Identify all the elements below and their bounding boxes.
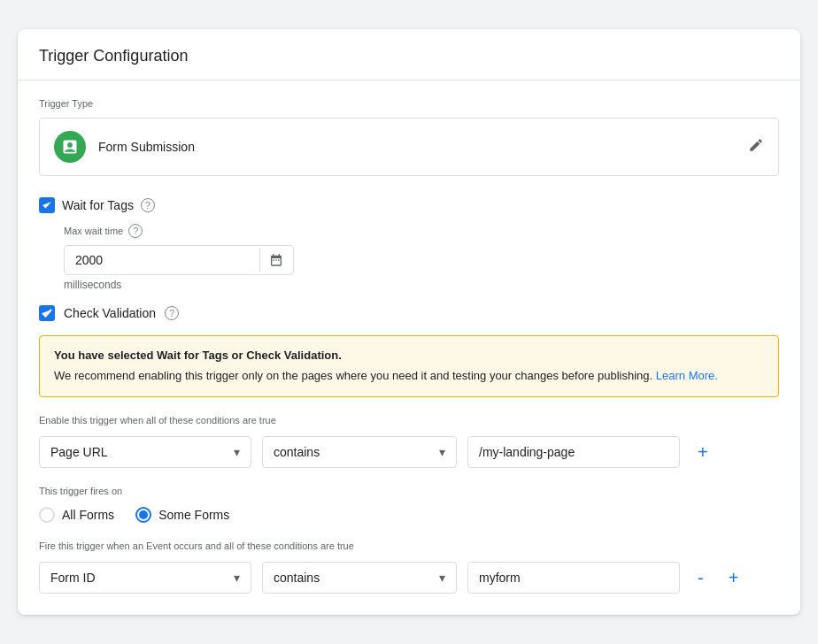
some-forms-label: Some Forms bbox=[158, 508, 229, 522]
max-wait-label: Max wait time ? bbox=[64, 224, 779, 238]
form-submission-icon bbox=[61, 138, 79, 156]
wait-for-tags-checkbox[interactable] bbox=[39, 197, 55, 213]
fires-on-label: This trigger fires on bbox=[39, 486, 779, 496]
trigger-type-left: Form Submission bbox=[54, 131, 195, 163]
form-contains-dropdown[interactable]: contains ▾ bbox=[262, 562, 457, 594]
fires-on-radio-group: All Forms Some Forms bbox=[39, 507, 779, 523]
edit-icon[interactable] bbox=[748, 137, 764, 157]
some-forms-radio-inner bbox=[139, 510, 148, 519]
check-validation-row: Check Validation ? bbox=[39, 305, 779, 321]
form-id-dropdown-arrow: ▾ bbox=[234, 571, 240, 585]
trigger-type-icon bbox=[54, 131, 86, 163]
add-condition-button[interactable]: + bbox=[691, 439, 715, 466]
form-id-value-input[interactable] bbox=[467, 562, 680, 594]
contains-dropdown[interactable]: contains ▾ bbox=[262, 436, 457, 468]
remove-form-condition-button[interactable]: - bbox=[691, 564, 711, 592]
check-validation-checkbox[interactable] bbox=[39, 305, 55, 321]
calendar-icon[interactable] bbox=[259, 248, 292, 272]
contains-dropdown-arrow: ▾ bbox=[439, 445, 445, 459]
wait-for-tags-label: Wait for Tags bbox=[62, 198, 134, 212]
warning-box: You have selected Wait for Tags or Check… bbox=[39, 335, 779, 398]
all-forms-radio[interactable]: All Forms bbox=[39, 507, 114, 523]
page-title: Trigger Configuration bbox=[39, 47, 779, 65]
add-form-condition-button[interactable]: + bbox=[722, 564, 746, 592]
trigger-type-name: Form Submission bbox=[98, 140, 195, 154]
check-validation-label: Check Validation bbox=[64, 306, 156, 320]
warning-title: You have selected Wait for Tags or Check… bbox=[54, 349, 764, 362]
form-conditions-row: Form ID ▾ contains ▾ - + bbox=[39, 562, 779, 594]
milliseconds-label: milliseconds bbox=[64, 279, 779, 291]
learn-more-link[interactable]: Learn More. bbox=[656, 369, 718, 382]
card-body: Trigger Type Form Submission Wai bbox=[18, 80, 800, 616]
some-forms-radio-button[interactable] bbox=[135, 507, 151, 523]
trigger-type-label: Trigger Type bbox=[39, 98, 779, 109]
conditions-row: Page URL ▾ contains ▾ + bbox=[39, 436, 779, 468]
check-validation-help-icon[interactable]: ? bbox=[165, 306, 179, 320]
wait-for-tags-row: Wait for Tags ? bbox=[39, 197, 779, 213]
form-contains-dropdown-arrow: ▾ bbox=[439, 571, 445, 585]
max-wait-input[interactable] bbox=[65, 246, 259, 274]
form-id-dropdown[interactable]: Form ID ▾ bbox=[39, 562, 251, 594]
page-url-dropdown-arrow: ▾ bbox=[234, 445, 240, 459]
trigger-type-selector[interactable]: Form Submission bbox=[39, 118, 779, 176]
page-url-dropdown[interactable]: Page URL ▾ bbox=[39, 436, 251, 468]
event-conditions-label: Fire this trigger when an Event occurs a… bbox=[39, 540, 779, 551]
wait-for-tags-help-icon[interactable]: ? bbox=[141, 198, 155, 212]
some-forms-radio[interactable]: Some Forms bbox=[135, 507, 229, 523]
card-header: Trigger Configuration bbox=[18, 29, 800, 80]
max-wait-input-container bbox=[64, 245, 294, 275]
max-wait-help-icon[interactable]: ? bbox=[128, 224, 143, 238]
page-url-value-input[interactable] bbox=[467, 436, 680, 468]
trigger-configuration-card: Trigger Configuration Trigger Type Form … bbox=[18, 29, 800, 616]
all-forms-radio-button[interactable] bbox=[39, 507, 55, 523]
max-wait-section: Max wait time ? milliseconds bbox=[64, 224, 779, 291]
warning-text: We recommend enabling this trigger only … bbox=[54, 367, 764, 385]
all-forms-label: All Forms bbox=[62, 508, 114, 522]
conditions-label: Enable this trigger when all of these co… bbox=[39, 415, 779, 426]
